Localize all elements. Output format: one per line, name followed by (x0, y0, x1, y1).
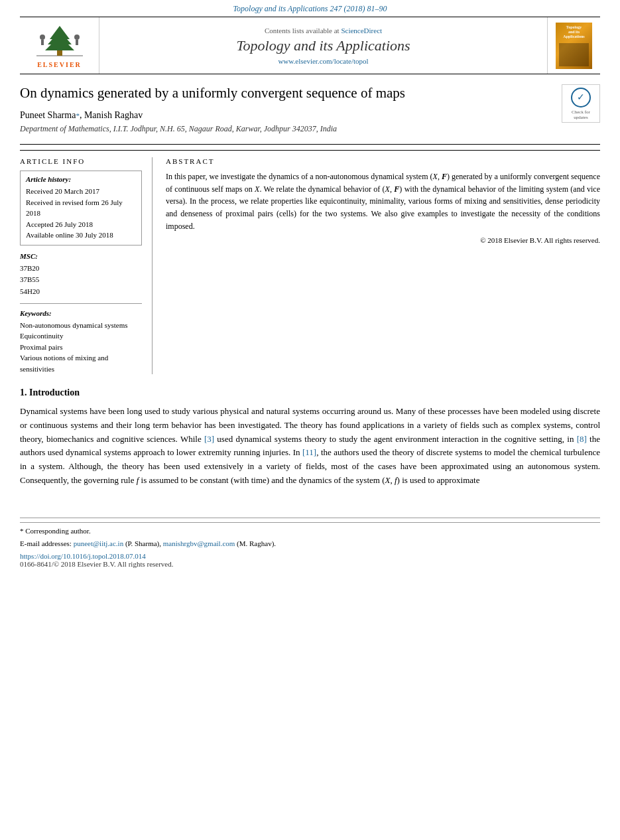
keyword-4: Various notions of mixing and sensitivit… (20, 352, 142, 374)
msc-code-1: 37B20 (20, 263, 142, 275)
header-center: Contents lists available at ScienceDirec… (99, 17, 547, 74)
authors-line: Puneet Sharma*, Manish Raghav (20, 110, 600, 121)
doi-line[interactable]: https://doi.org/10.1016/j.topol.2018.07.… (20, 552, 600, 560)
affiliation: Department of Mathematics, I.I.T. Jodhpu… (20, 124, 600, 134)
article-history-box: Article history: Received 20 March 2017 … (20, 171, 142, 245)
msc-label: MSC: (20, 252, 142, 260)
accepted-date: Accepted 26 July 2018 (26, 219, 136, 230)
sciencedirect-link[interactable]: ScienceDirect (341, 27, 382, 35)
journal-title-bar: Topology and its Applications 247 (2018)… (0, 0, 620, 17)
intro-heading: 1. Introduction (20, 387, 600, 398)
header-divider (20, 144, 600, 145)
svg-rect-6 (41, 40, 44, 45)
author-separator: , Manish Raghav (80, 110, 143, 120)
abstract-col: ABSTRACT In this paper, we investigate t… (166, 157, 600, 374)
journal-cover-image: Topologyand itsApplications (556, 23, 592, 69)
received-date: Received 20 March 2017 (26, 186, 136, 197)
elsevier-wordmark: ELSEVIER (37, 61, 82, 68)
elsevier-logo: ELSEVIER (20, 17, 99, 74)
intro-paragraph-1: Dynamical systems have been long used to… (20, 405, 600, 488)
main-content: ✓ Check forupdates On dynamics generated… (20, 74, 600, 504)
footer: * Corresponding author. E-mail addresses… (20, 518, 600, 568)
check-updates-badge[interactable]: ✓ Check forupdates (562, 84, 600, 123)
journal-title-text: Topology and its Applications 247 (2018)… (233, 4, 387, 13)
svg-point-5 (40, 35, 45, 40)
journal-cover-thumbnail: Topologyand itsApplications (547, 17, 600, 74)
email1-link[interactable]: puneet@iitj.ac.in (74, 539, 124, 547)
footer-divider (20, 522, 600, 523)
ref-3[interactable]: [3] (204, 434, 214, 444)
msc-section: MSC: 37B20 37B55 54H20 (20, 252, 142, 304)
keywords-section: Keywords: Non-autonomous dynamical syste… (20, 309, 142, 375)
abstract-copyright: © 2018 Elsevier B.V. All rights reserved… (166, 236, 600, 244)
received-revised-date: Received in revised form 26 July 2018 (26, 197, 136, 219)
history-label: Article history: (26, 175, 136, 183)
journal-name: Topology and its Applications (236, 37, 410, 54)
msc-code-3: 54H20 (20, 286, 142, 298)
keywords-label: Keywords: (20, 309, 142, 317)
abstract-text: In this paper, we investigate the dynami… (166, 171, 600, 232)
article-title: On dynamics generated by a uniformly con… (20, 84, 547, 102)
available-online-date: Available online 30 July 2018 (26, 230, 136, 241)
section-number: 1. Introduction (20, 387, 80, 397)
svg-point-7 (74, 35, 80, 40)
journal-url[interactable]: www.elsevier.com/locate/topol (278, 57, 368, 65)
email-footnote: E-mail addresses: puneet@iitj.ac.in (P. … (20, 538, 600, 549)
author1: Puneet Sharma (20, 110, 76, 120)
elsevier-tree-icon (33, 23, 86, 59)
abstract-heading: ABSTRACT (166, 157, 600, 165)
article-info-heading: ARTICLE INFO (20, 157, 142, 165)
contents-line: Contents lists available at ScienceDirec… (265, 27, 382, 35)
msc-codes: 37B20 37B55 54H20 (20, 263, 142, 298)
header: ELSEVIER Contents lists available at Sci… (20, 17, 600, 74)
svg-rect-8 (76, 40, 78, 45)
corresponding-author-note: * Corresponding author. (20, 525, 600, 537)
keyword-3: Proximal pairs (20, 342, 142, 353)
ref-11[interactable]: [11] (302, 447, 316, 457)
ref-8[interactable]: [8] (577, 434, 587, 444)
msc-code-2: 37B55 (20, 274, 142, 286)
article-info-col: ARTICLE INFO Article history: Received 2… (20, 157, 153, 374)
keyword-1: Non-autonomous dynamical systems (20, 320, 142, 331)
two-col-section: ARTICLE INFO Article history: Received 2… (20, 150, 600, 374)
email2-link[interactable]: manishrgbv@gmail.com (163, 539, 235, 547)
issn-copyright: 0166-8641/© 2018 Elsevier B.V. All right… (20, 560, 600, 568)
keyword-2: Equicontinuity (20, 330, 142, 342)
